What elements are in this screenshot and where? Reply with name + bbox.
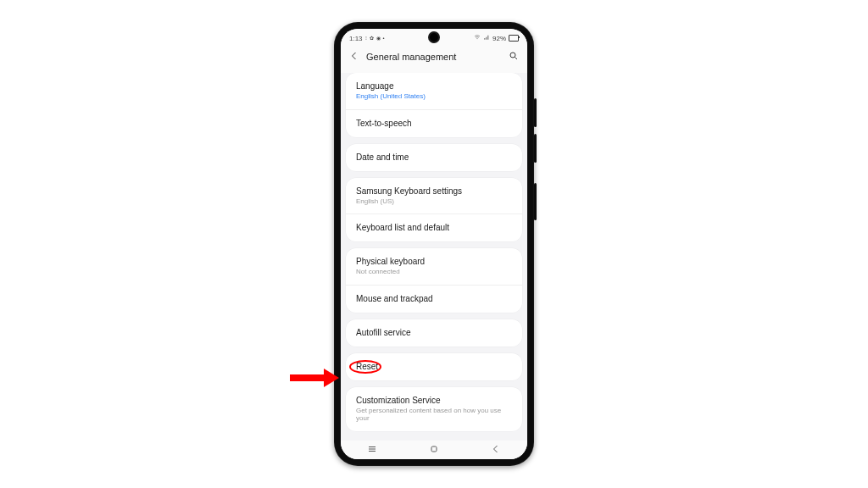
list-item-label: Reset <box>356 362 512 372</box>
recents-button[interactable] <box>367 442 377 458</box>
settings-group: Physical keyboardNot connectedMouse and … <box>346 248 522 313</box>
status-indicator-icon: ⁝ <box>365 36 367 41</box>
page-title: General management <box>366 52 502 62</box>
back-nav-button[interactable] <box>491 442 501 458</box>
home-button[interactable] <box>429 442 439 458</box>
list-item[interactable]: Reset <box>346 353 522 380</box>
settings-group: Samsung Keyboard settingsEnglish (US)Key… <box>346 178 522 242</box>
list-item[interactable]: Customization ServiceGet personalized co… <box>346 387 522 431</box>
list-item-label: Date and time <box>356 152 512 163</box>
list-item-label: Text-to-speech <box>356 119 512 129</box>
annotation-arrow <box>290 370 341 385</box>
list-item-label: Physical keyboard <box>356 257 512 267</box>
phone-frame: 1:13 ⁝ ✿ ◉ • 92% General ma <box>334 22 534 466</box>
volume-down-button <box>534 134 537 163</box>
camera-notch <box>430 33 438 42</box>
status-gear-icon: ✿ <box>370 36 374 41</box>
list-item-label: Language <box>356 81 512 92</box>
status-ring-icon: ◉ <box>376 36 381 41</box>
list-item[interactable]: Keyboard list and default <box>346 214 522 241</box>
list-item[interactable]: Mouse and trackpad <box>346 286 522 313</box>
back-button[interactable] <box>349 49 359 64</box>
volume-up-button <box>534 98 537 127</box>
settings-list: LanguageEnglish (United States)Text-to-s… <box>341 73 527 446</box>
list-item-subtext: Get personalized content based on how yo… <box>356 407 512 423</box>
phone-screen: 1:13 ⁝ ✿ ◉ • 92% General ma <box>341 29 527 459</box>
settings-group: Date and time <box>346 144 522 171</box>
list-item-label: Customization Service <box>356 396 512 406</box>
list-item[interactable]: Text-to-speech <box>346 110 522 137</box>
list-item-subtext: English (United States) <box>356 92 512 101</box>
power-button <box>534 183 537 220</box>
list-item-label: Autofill service <box>356 328 512 338</box>
list-item-label: Mouse and trackpad <box>356 294 512 304</box>
list-item[interactable]: Samsung Keyboard settingsEnglish (US) <box>346 178 522 215</box>
list-item[interactable]: Physical keyboardNot connected <box>346 248 522 286</box>
settings-group: Reset <box>346 353 522 380</box>
svg-rect-1 <box>431 446 437 452</box>
search-button[interactable] <box>509 49 519 64</box>
list-item-label: Keyboard list and default <box>356 223 512 233</box>
list-item[interactable]: Autofill service <box>346 319 522 347</box>
page-header: General management <box>341 46 527 73</box>
list-item-subtext: Not connected <box>356 268 512 276</box>
signal-icon <box>483 34 490 42</box>
settings-group: Autofill service <box>346 319 522 347</box>
android-nav-bar <box>341 441 527 459</box>
status-time: 1:13 <box>349 35 363 42</box>
battery-percent: 92% <box>492 35 506 42</box>
svg-point-0 <box>510 53 515 58</box>
list-item[interactable]: LanguageEnglish (United States) <box>346 73 522 110</box>
settings-group: Customization ServiceGet personalized co… <box>346 387 522 431</box>
status-dot-icon: • <box>383 36 385 41</box>
settings-group: LanguageEnglish (United States)Text-to-s… <box>346 73 522 137</box>
list-item-label: Samsung Keyboard settings <box>356 186 512 197</box>
list-item[interactable]: Date and time <box>346 144 522 171</box>
battery-icon <box>509 35 519 42</box>
list-item-subtext: English (US) <box>356 197 512 206</box>
wifi-icon <box>474 34 481 42</box>
